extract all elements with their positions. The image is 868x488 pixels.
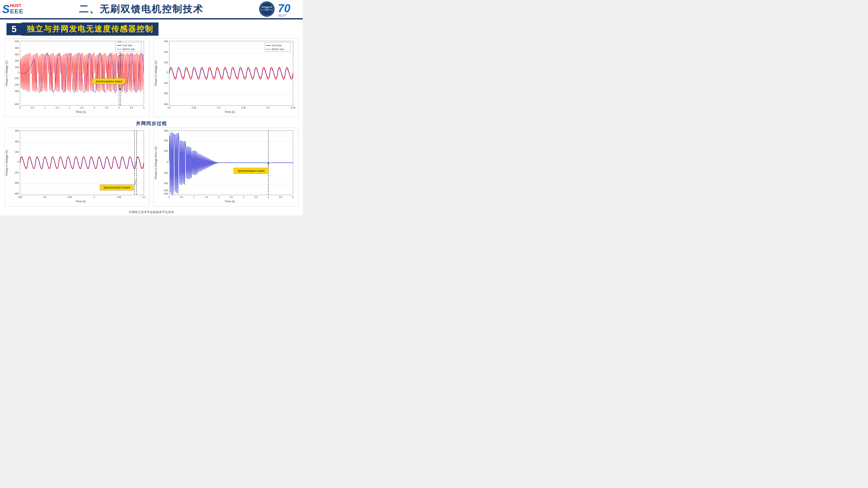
svg-text:0.5: 0.5 (180, 196, 183, 198)
svg-text:Time (s): Time (s) (225, 110, 235, 113)
section-bar: 5 独立与并网发电无速度传感器控制 (6, 23, 296, 36)
svg-text:Phase-A Voltage (V): Phase-A Voltage (V) (5, 61, 8, 86)
svg-text:1: 1 (193, 196, 195, 198)
svg-text:3.9: 3.9 (43, 196, 46, 198)
svg-text:0.4: 0.4 (267, 106, 270, 109)
top-charts-row: Phase-A Voltage (V) 500 400 300 200 100 … (4, 38, 299, 117)
svg-text:0.2: 0.2 (167, 106, 171, 109)
chart-bottom-right: Phase-A Voltage Error (V) 300 200 100 0 … (154, 128, 299, 206)
svg-text:1: 1 (44, 106, 45, 109)
svg-text:-300: -300 (14, 181, 19, 184)
svg-point-5 (266, 8, 268, 10)
svg-text:Time (s): Time (s) (75, 199, 86, 203)
svg-text:-450: -450 (14, 192, 19, 195)
svg-text:4: 4 (268, 196, 269, 198)
svg-text:200: 200 (164, 139, 168, 142)
svg-text:450: 450 (164, 40, 168, 42)
svg-text:-400: -400 (14, 103, 19, 105)
svg-text:5: 5 (292, 196, 294, 198)
content-area: Phase-A Voltage (V) 500 400 300 200 100 … (0, 38, 303, 208)
svg-text:-150: -150 (14, 171, 19, 174)
chart-bottom-left: Phase-A Voltage (V) 450 300 150 0 -150 -… (4, 128, 149, 206)
svg-text:1.5: 1.5 (56, 106, 59, 109)
svg-text:-300: -300 (163, 189, 168, 192)
logo-s-icon: S (2, 3, 10, 15)
svg-text:100: 100 (164, 150, 168, 152)
slide: S HUST EEE 二、无刷双馈电机控制技术 华中科技大学 电气与电子工程学院… (0, 0, 303, 216)
svg-text:0: 0 (169, 196, 170, 198)
eee-label: EEE (10, 8, 24, 15)
svg-text:300: 300 (164, 51, 168, 54)
svg-text:4.05: 4.05 (117, 196, 121, 198)
logo-left: S HUST EEE (2, 3, 24, 15)
svg-text:4.5: 4.5 (279, 196, 282, 198)
section-number: 5 (6, 23, 22, 35)
svg-text:BDFIG Side: BDFIG Side (123, 48, 135, 51)
anniversary-icon: 70 1952-2022 70周年庆 (277, 1, 299, 17)
svg-text:150: 150 (164, 61, 168, 64)
svg-text:Synchronization Instant: Synchronization Instant (96, 80, 122, 83)
svg-text:-200: -200 (163, 182, 168, 185)
svg-text:300: 300 (15, 53, 19, 56)
chart-top-right: Phase-A Voltage (V) 450 300 150 0 -150 -… (154, 38, 299, 117)
svg-text:4: 4 (119, 106, 120, 109)
svg-text:300: 300 (164, 129, 168, 132)
svg-text:0: 0 (167, 161, 168, 163)
subsection-title: 并网同步过程 (4, 120, 299, 127)
svg-text:-100: -100 (163, 172, 168, 174)
logo-right: 华中科技大学 电气与电子工程学院 70 1952-2022 70周年庆 (259, 1, 299, 17)
svg-text:-300: -300 (163, 92, 168, 95)
svg-text:400: 400 (15, 47, 19, 49)
bottom-charts-row: Phase-A Voltage (V) 450 300 150 0 -150 -… (4, 128, 299, 206)
svg-text:450: 450 (15, 129, 19, 132)
svg-text:1.5: 1.5 (205, 196, 208, 198)
section-title: 独立与并网发电无速度传感器控制 (22, 23, 158, 36)
svg-text:Phase-A Voltage Error (V): Phase-A Voltage Error (V) (154, 146, 157, 179)
svg-text:-150: -150 (163, 82, 168, 84)
svg-text:0: 0 (167, 71, 168, 74)
svg-text:500: 500 (15, 40, 19, 42)
svg-text:0.5: 0.5 (31, 106, 34, 109)
svg-text:100: 100 (15, 66, 19, 68)
svg-text:-450: -450 (163, 103, 168, 105)
hust-label: HUST (10, 3, 24, 8)
svg-text:Synchronization Instant: Synchronization Instant (238, 169, 265, 172)
svg-text:3.85: 3.85 (18, 196, 22, 198)
svg-text:0.45: 0.45 (291, 106, 296, 109)
svg-text:BDFIG Side: BDFIG Side (272, 48, 284, 51)
header: S HUST EEE 二、无刷双馈电机控制技术 华中科技大学 电气与电子工程学院… (0, 0, 303, 20)
svg-text:200: 200 (15, 59, 19, 62)
svg-text:2: 2 (218, 196, 219, 198)
svg-text:-100: -100 (14, 77, 19, 79)
svg-text:-400: -400 (163, 192, 168, 195)
svg-text:2.5: 2.5 (80, 106, 84, 109)
svg-text:150: 150 (15, 151, 19, 153)
svg-text:-300: -300 (14, 90, 19, 93)
svg-text:Phase-A Voltage (V): Phase-A Voltage (V) (5, 150, 8, 175)
svg-text:0: 0 (18, 161, 19, 163)
svg-text:70: 70 (278, 2, 290, 14)
svg-text:Time (s): Time (s) (75, 110, 86, 113)
svg-text:4.5: 4.5 (130, 106, 133, 109)
logo-hust: HUST EEE (10, 3, 24, 15)
chart-top-left-svg: Phase-A Voltage (V) 500 400 300 200 100 … (4, 38, 149, 116)
svg-text:3: 3 (94, 106, 95, 109)
header-title: 二、无刷双馈电机控制技术 (24, 3, 259, 15)
svg-text:5: 5 (143, 106, 145, 109)
footer-text: 中国电工技术学会新媒体平台发布 (0, 208, 303, 216)
svg-text:300: 300 (15, 140, 19, 143)
svg-text:3: 3 (243, 196, 244, 198)
svg-text:3.5: 3.5 (254, 196, 257, 198)
svg-text:0.3: 0.3 (217, 106, 220, 109)
chart-top-left: Phase-A Voltage (V) 500 400 300 200 100 … (4, 38, 149, 117)
svg-text:Phase-A Voltage (V): Phase-A Voltage (V) (154, 61, 157, 86)
chart-bottom-right-svg: Phase-A Voltage Error (V) 300 200 100 0 … (154, 128, 298, 205)
chart-top-right-svg: Phase-A Voltage (V) 450 300 150 0 -150 -… (154, 38, 298, 116)
svg-text:70周年庆: 70周年庆 (278, 16, 284, 17)
svg-text:Time (s): Time (s) (225, 199, 235, 203)
circle-logo-icon: 华中科技大学 电气与电子工程学院 (259, 1, 275, 17)
svg-text:3.95: 3.95 (67, 196, 72, 198)
svg-text:0.35: 0.35 (241, 106, 246, 109)
svg-text:2: 2 (69, 106, 70, 109)
svg-text:0: 0 (20, 106, 21, 109)
